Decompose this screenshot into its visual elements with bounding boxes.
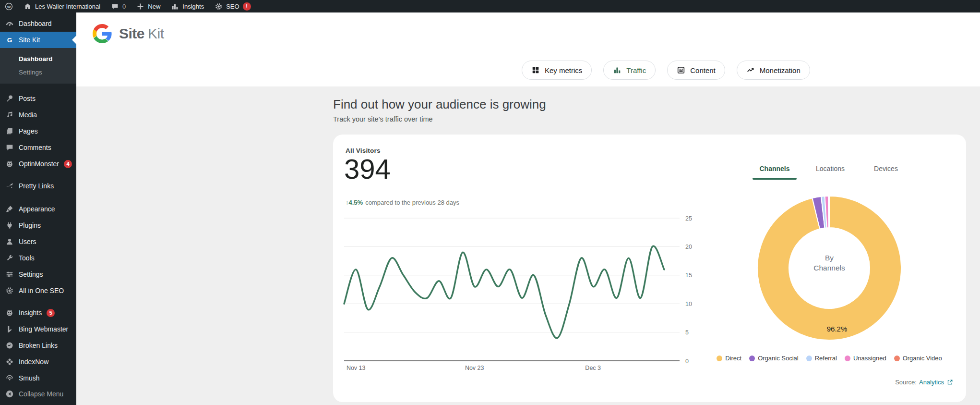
main-area: SiteKit Key metrics Traffic Content Mone… <box>76 12 980 405</box>
legend-label: Organic Social <box>758 355 799 362</box>
submenu-item-dashboard[interactable]: Dashboard <box>0 52 76 65</box>
sidebar-item-label: Media <box>19 111 37 119</box>
chip-content[interactable]: Content <box>667 61 725 80</box>
legend-label: Organic Video <box>903 355 942 362</box>
legend-dot <box>894 356 900 361</box>
collapse-menu-label: Collapse Menu <box>19 390 63 398</box>
svg-text:G: G <box>7 37 12 44</box>
sidebar-item-optinmonster[interactable]: OptinMonster 4 <box>0 156 76 172</box>
trend-up-icon <box>746 66 755 74</box>
dashboard-content: Find out how your audience is growing Tr… <box>76 86 980 405</box>
site-kit-header: SiteKit Key metrics Traffic Content Mone… <box>76 12 980 86</box>
google-g-logo <box>93 24 112 43</box>
sidebar-item-insights[interactable]: Insights 5 <box>0 305 76 321</box>
submenu-item-settings[interactable]: Settings <box>0 65 76 79</box>
chip-label: Monetization <box>760 66 801 74</box>
gear-icon <box>5 286 14 295</box>
sidebar-item-label: IndexNow <box>19 358 48 366</box>
bar-chart-icon <box>171 2 179 11</box>
breakdown-tabs: Channels Locations Devices <box>747 160 914 178</box>
sidebar-item-pages[interactable]: Pages <box>0 123 76 139</box>
legend-dot <box>806 356 812 361</box>
donut-center-line2: Channels <box>791 263 868 273</box>
music-note-icon <box>5 110 14 119</box>
sidebar-item-bing-webmaster[interactable]: Bing Webmaster <box>0 321 76 337</box>
change-text: compared to the previous 28 days <box>365 199 459 206</box>
site-kit-g-icon: G <box>5 36 14 44</box>
sidebar-item-site-kit[interactable]: G Site Kit <box>0 32 76 48</box>
comments-shortcut[interactable]: 0 <box>111 0 126 12</box>
svg-text:Nov 13: Nov 13 <box>347 365 366 371</box>
wrench-icon <box>5 254 14 262</box>
sidebar-item-pretty-links[interactable]: Pretty Links <box>0 178 76 194</box>
svg-text:20: 20 <box>685 244 692 250</box>
legend-dot <box>749 356 755 361</box>
external-link-icon[interactable] <box>946 379 954 386</box>
sidebar-item-label: Settings <box>19 270 43 278</box>
chip-label: Traffic <box>626 66 646 74</box>
sidebar-item-dashboard[interactable]: Dashboard <box>0 15 76 32</box>
admin-bar: W Les Waller International 0 New Insight… <box>0 0 980 12</box>
legend-item-direct: Direct <box>717 355 741 362</box>
seo-shortcut[interactable]: SEO ! <box>215 0 251 12</box>
pages-icon <box>5 127 14 135</box>
sidebar-item-comments[interactable]: Comments <box>0 139 76 156</box>
sidebar-item-plugins[interactable]: Plugins <box>0 217 76 233</box>
comments-count: 0 <box>122 3 126 10</box>
sidebar-item-all-in-one-seo[interactable]: All in One SEO <box>0 282 76 299</box>
sidebar-item-posts[interactable]: Posts <box>0 90 76 107</box>
gauge-icon <box>5 19 14 28</box>
wordpress-logo-icon[interactable]: W <box>5 2 13 11</box>
metric-change: ↑4.5%compared to the previous 28 days <box>346 199 459 206</box>
up-arrow-icon: ↑ <box>346 199 349 206</box>
svg-text:Nov 23: Nov 23 <box>465 365 484 371</box>
brush-icon <box>5 205 14 213</box>
donut-percent-label: 96.2% <box>808 325 866 333</box>
monster-icon <box>5 308 14 317</box>
sidebar-item-appearance[interactable]: Appearance <box>0 201 76 217</box>
svg-text:Dec 3: Dec 3 <box>585 365 601 371</box>
svg-text:5: 5 <box>685 329 689 336</box>
sidebar-item-indexnow[interactable]: IndexNow <box>0 354 76 370</box>
pushpin-icon <box>5 94 14 103</box>
insights-shortcut[interactable]: Insights <box>171 0 204 12</box>
chip-traffic[interactable]: Traffic <box>603 61 656 80</box>
legend-label: Unassigned <box>853 355 886 362</box>
sidebar-item-smush[interactable]: Smush <box>0 370 76 386</box>
tab-devices[interactable]: Devices <box>858 160 914 178</box>
chip-key-metrics[interactable]: Key metrics <box>522 61 592 80</box>
all-visitors-card: All Visitors 394 ↑4.5%compared to the pr… <box>333 135 966 402</box>
sliders-icon <box>5 270 14 279</box>
user-icon <box>5 237 14 246</box>
menu-separator <box>0 172 76 178</box>
sidebar-item-settings[interactable]: Settings <box>0 266 76 282</box>
svg-text:10: 10 <box>685 301 692 307</box>
collapse-menu-button[interactable]: Collapse Menu <box>0 386 76 402</box>
tab-channels[interactable]: Channels <box>747 160 802 178</box>
sidebar-item-label: Site Kit <box>19 36 40 44</box>
sidebar-item-tools[interactable]: Tools <box>0 250 76 266</box>
sidebar-item-label: OptinMonster <box>19 160 59 168</box>
svg-text:15: 15 <box>685 272 692 279</box>
chip-monetization[interactable]: Monetization <box>737 61 810 80</box>
tab-locations[interactable]: Locations <box>802 160 858 178</box>
sidebar-item-users[interactable]: Users <box>0 233 76 250</box>
analytics-link[interactable]: Analytics <box>919 379 944 386</box>
new-menu[interactable]: New <box>136 0 160 12</box>
sidebar-item-label: Smush <box>19 374 40 382</box>
comment-bubble-icon <box>111 2 119 11</box>
sidebar-item-label: Dashboard <box>19 20 52 27</box>
optinmonster-count-badge: 4 <box>64 160 72 168</box>
legend-item-referral: Referral <box>806 355 837 362</box>
site-name-menu[interactable]: Les Waller International <box>24 0 100 12</box>
section-subtitle: Track your site’s traffic over time <box>333 115 433 123</box>
legend-label: Direct <box>725 355 741 362</box>
brand-title: SiteKit <box>119 25 164 42</box>
svg-text:25: 25 <box>685 215 692 222</box>
sidebar-item-media[interactable]: Media <box>0 107 76 123</box>
legend-dot <box>717 356 722 361</box>
plus-icon <box>136 2 144 11</box>
sidebar-item-label: All in One SEO <box>19 287 64 295</box>
sidebar-item-broken-links[interactable]: Broken Links <box>0 337 76 354</box>
dashboard-nav-chips: Key metrics Traffic Content Monetization <box>522 61 810 80</box>
